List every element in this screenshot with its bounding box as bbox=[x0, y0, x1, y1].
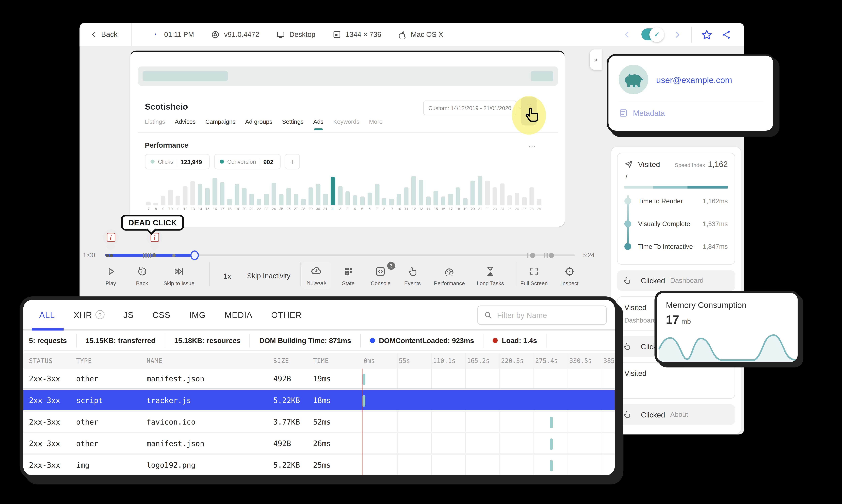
cell-status: 2xx-3xx bbox=[29, 374, 60, 383]
site-tab-ad-groups[interactable]: Ad groups bbox=[245, 118, 272, 130]
network-tab-xhr[interactable]: XHR? bbox=[74, 310, 105, 319]
event-dot[interactable] bbox=[172, 254, 176, 257]
network-tab-js[interactable]: JS bbox=[123, 310, 134, 319]
chart-bar-slot: 3 bbox=[344, 172, 351, 212]
issue-marker-dead-click[interactable]: i bbox=[146, 230, 163, 252]
network-panel-button[interactable]: Network bbox=[301, 262, 332, 289]
next-session-button[interactable] bbox=[672, 29, 682, 39]
chart-bar-slot: 16 bbox=[211, 172, 219, 212]
share-icon[interactable] bbox=[722, 29, 732, 39]
clicks-stat-card[interactable]: Clicks 123,949 bbox=[145, 154, 210, 169]
network-request-row[interactable]: 2xx-3xxothermanifest.json492B19ms bbox=[23, 368, 615, 389]
network-tab-other[interactable]: OTHER bbox=[271, 310, 302, 319]
status-dot-icon bbox=[370, 338, 375, 343]
back-10s-button[interactable]: Back bbox=[136, 265, 148, 286]
site-tab-campaigns[interactable]: Campaigns bbox=[205, 118, 235, 130]
chart-bar-slot: 14 bbox=[197, 172, 204, 212]
date-range-select[interactable]: Custom: 14/12/2019 - 21/01/2020 bbox=[423, 101, 516, 115]
memory-value: 17 bbox=[666, 313, 679, 326]
screen: Back 01:11 PM v91.0.4472 Desktop bbox=[0, 0, 842, 504]
performance-panel-button[interactable]: Performance bbox=[434, 265, 465, 286]
long-tasks-button[interactable]: Long Tasks bbox=[477, 265, 504, 286]
time-column-header: 110.1s bbox=[433, 357, 455, 365]
event-clicked-row[interactable]: ClickedDashboard bbox=[617, 270, 735, 291]
chart-bar-slot: 15 bbox=[204, 172, 211, 212]
site-tab-advices[interactable]: Advices bbox=[175, 118, 196, 130]
event-dot[interactable] bbox=[530, 253, 535, 258]
timeline-playhead[interactable] bbox=[190, 251, 199, 260]
column-header-name[interactable]: NAME bbox=[146, 357, 162, 365]
inspect-button[interactable]: Inspect bbox=[561, 265, 578, 286]
column-header-size[interactable]: SIZE bbox=[273, 357, 289, 365]
console-panel-button[interactable]: 3 Console bbox=[371, 265, 391, 286]
chart-bar-slot: 21 bbox=[248, 172, 255, 212]
column-header-time[interactable]: TIME bbox=[313, 357, 329, 365]
chart-bar-slot: 28 bbox=[300, 172, 307, 212]
network-tab-all[interactable]: ALL bbox=[39, 310, 55, 319]
apple-icon bbox=[398, 30, 407, 39]
click-hand-icon bbox=[623, 276, 631, 285]
site-header-skeleton bbox=[138, 67, 558, 86]
cell-status: 2xx-3xx bbox=[29, 417, 60, 426]
site-tab-settings[interactable]: Settings bbox=[282, 118, 304, 130]
timeline-track[interactable] bbox=[195, 254, 575, 256]
playback-speed-button[interactable]: 1x bbox=[223, 272, 231, 281]
favorite-star-icon[interactable] bbox=[701, 29, 712, 40]
network-request-row[interactable]: 2xx-3xxothermanifest.json492B26ms bbox=[23, 432, 615, 453]
network-request-row[interactable]: 2xx-3xxscripttracker.js5.22KB18ms bbox=[23, 389, 615, 410]
network-request-row[interactable]: 2xx-3xximglogo192.png5.22KB25ms bbox=[23, 453, 615, 475]
network-summary: 5: requests15.15KB: transferred15.18KB: … bbox=[23, 330, 615, 351]
chart-bar-slot: 27 bbox=[292, 172, 300, 212]
time-column-header: 330.5s bbox=[569, 357, 592, 365]
performance-section-title: Performance bbox=[145, 141, 188, 149]
network-request-row[interactable]: 2xx-3xxotherfavicon.ico3.77KB52ms bbox=[23, 410, 615, 432]
add-metric-button[interactable]: + bbox=[285, 154, 300, 169]
column-header-type[interactable]: TYPE bbox=[76, 357, 92, 365]
site-tab-more[interactable]: More bbox=[369, 118, 382, 130]
filter-field[interactable] bbox=[477, 306, 607, 325]
timing-metric: Time to Render1,162ms bbox=[638, 190, 728, 213]
collapse-panel-button[interactable]: » bbox=[590, 50, 602, 70]
issue-marker[interactable]: i bbox=[102, 230, 119, 252]
conversion-stat-card[interactable]: Conversion 902 bbox=[214, 154, 281, 169]
network-tab-css[interactable]: CSS bbox=[153, 310, 171, 319]
skip-to-issue-button[interactable]: Skip to Issue bbox=[163, 265, 194, 286]
autoplay-toggle[interactable]: ✓ bbox=[642, 29, 663, 40]
help-icon[interactable]: ? bbox=[95, 310, 105, 319]
chart-bar-slot: 13 bbox=[189, 172, 197, 212]
events-panel-button[interactable]: Events bbox=[404, 265, 421, 286]
status-dot-icon bbox=[493, 338, 498, 343]
cell-time: 18ms bbox=[313, 396, 331, 404]
filter-input[interactable] bbox=[497, 311, 601, 320]
column-header-status[interactable]: STATUS bbox=[29, 357, 53, 365]
chart-bar-slot: 25 bbox=[277, 172, 285, 212]
full-screen-button[interactable]: Full Screen bbox=[520, 265, 548, 286]
event-visited-card[interactable]: Visited bbox=[617, 362, 735, 399]
site-tab-listings[interactable]: Listings bbox=[145, 118, 165, 130]
chart-bar-slot: 20 bbox=[240, 172, 248, 212]
site-tab-ads[interactable]: Ads bbox=[313, 118, 323, 130]
skip-inactivity-button[interactable]: Skip Inactivity bbox=[247, 272, 290, 280]
event-dot[interactable] bbox=[549, 253, 554, 258]
network-tab-img[interactable]: IMG bbox=[189, 310, 206, 319]
network-tab-media[interactable]: MEDIA bbox=[225, 310, 252, 319]
cell-type: other bbox=[76, 417, 98, 426]
waterfall-bar bbox=[550, 417, 553, 428]
section-more-icon[interactable]: … bbox=[529, 140, 536, 149]
cell-name: logo192.png bbox=[146, 461, 195, 469]
chart-bar-slot: 23 bbox=[263, 172, 270, 212]
user-email[interactable]: user@example.com bbox=[656, 75, 732, 84]
chart-bar-slot: 22 bbox=[255, 172, 263, 212]
events-list: VisitedSpeed Index1,162/Time to Render1,… bbox=[611, 147, 741, 430]
play-button[interactable]: Play bbox=[105, 265, 117, 286]
event-visited-card[interactable]: VisitedSpeed Index1,162/Time to Render1,… bbox=[617, 153, 735, 265]
metadata-button[interactable]: Metadata bbox=[619, 108, 763, 118]
event-dot[interactable] bbox=[152, 253, 156, 257]
back-button[interactable]: Back bbox=[79, 30, 118, 39]
time-column-header: 165.2s bbox=[467, 357, 489, 365]
resolution-icon bbox=[333, 30, 341, 39]
event-clicked-row[interactable]: ClickedAbout bbox=[617, 404, 735, 425]
prev-session-button[interactable] bbox=[622, 29, 632, 39]
state-panel-button[interactable]: State bbox=[342, 265, 355, 286]
site-tab-keywords[interactable]: Keywords bbox=[333, 118, 359, 130]
